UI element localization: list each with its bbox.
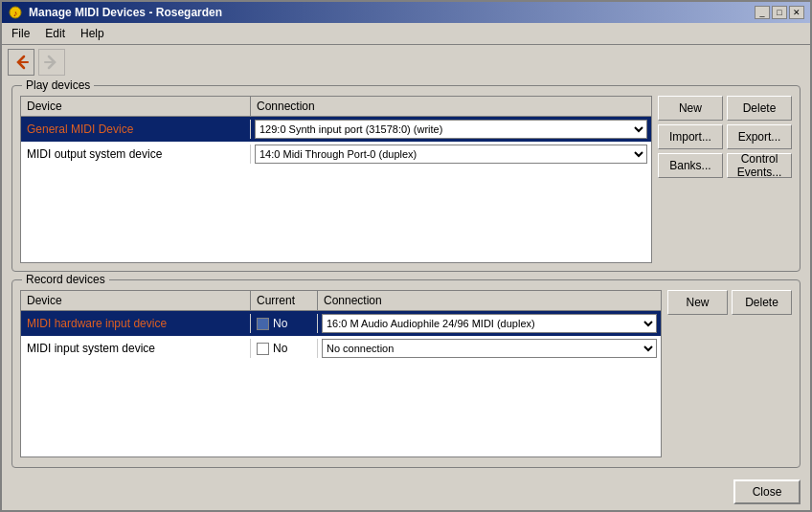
play-connection-1: 14:0 Midi Through Port-0 (duplex) [251, 142, 651, 167]
minimize-button[interactable]: _ [755, 6, 770, 19]
record-new-button[interactable]: New [667, 290, 728, 315]
svg-text:♪: ♪ [13, 9, 18, 18]
toolbar [2, 45, 810, 79]
record-current-checkbox-1[interactable] [257, 343, 269, 355]
play-devices-label: Play devices [22, 78, 94, 92]
record-current-label-1: No [273, 342, 287, 355]
menu-help[interactable]: Help [75, 25, 110, 42]
close-window-button[interactable]: ✕ [789, 6, 804, 19]
record-header-connection: Connection [318, 291, 661, 310]
record-connection-0: 16:0 M Audio Audiophile 24/96 MIDI (dupl… [318, 311, 661, 336]
record-devices-content: Device Current Connection MIDI hardware … [20, 290, 792, 457]
record-header-current: Current [251, 291, 318, 310]
record-devices-label: Record devices [22, 273, 109, 286]
record-buttons: New Delete [667, 290, 792, 457]
title-bar-buttons: _ □ ✕ [755, 6, 804, 19]
play-new-button[interactable]: New [658, 96, 723, 121]
close-button[interactable]: Close [733, 479, 801, 504]
menu-edit[interactable]: Edit [39, 25, 71, 42]
app-icon: ♪ [8, 5, 23, 20]
record-devices-table: Device Current Connection MIDI hardware … [20, 290, 662, 457]
main-window: ♪ Manage MIDI Devices - Rosegarden _ □ ✕… [0, 0, 812, 512]
play-connection-select-1[interactable]: 14:0 Midi Through Port-0 (duplex) [255, 145, 647, 164]
record-connection-select-1[interactable]: No connection [322, 339, 657, 358]
play-header-connection: Connection [251, 97, 651, 116]
play-export-button[interactable]: Export... [727, 124, 792, 149]
record-current-1: No [251, 339, 318, 358]
record-current-0: No [251, 314, 318, 333]
play-connection-0: 129:0 Synth input port (31578:0) (write) [251, 117, 651, 142]
record-table-row[interactable]: MIDI input system device No No connectio… [21, 336, 661, 361]
footer: Close [2, 474, 810, 510]
play-control-events-button[interactable]: Control Events... [727, 153, 792, 178]
record-delete-button[interactable]: Delete [732, 290, 792, 315]
play-devices-table: Device Connection General MIDI Device 12… [20, 96, 652, 263]
back-button[interactable] [8, 49, 34, 76]
play-connection-select-0[interactable]: 129:0 Synth input port (31578:0) (write) [255, 120, 647, 139]
play-table-row[interactable]: MIDI output system device 14:0 Midi Thro… [21, 142, 651, 167]
play-import-button[interactable]: Import... [658, 124, 723, 149]
play-table-row[interactable]: General MIDI Device 129:0 Synth input po… [21, 117, 651, 142]
play-table-header: Device Connection [21, 97, 651, 117]
forward-icon [43, 54, 60, 71]
forward-button[interactable] [38, 49, 65, 76]
play-btn-row-2: Import... Export... [658, 124, 792, 149]
record-device-name-0: MIDI hardware input device [21, 314, 251, 333]
record-table-row[interactable]: MIDI hardware input device No 16:0 M Aud… [21, 311, 661, 336]
record-device-name-1: MIDI input system device [21, 339, 251, 358]
back-icon [12, 54, 30, 71]
play-btn-row-3: Banks... Control Events... [658, 153, 792, 178]
record-header-device: Device [21, 291, 251, 310]
record-current-label-0: No [273, 317, 287, 330]
play-device-name-1: MIDI output system device [21, 145, 251, 164]
play-buttons: New Delete Import... Export... Banks... … [658, 96, 792, 263]
title-bar-left: ♪ Manage MIDI Devices - Rosegarden [8, 5, 222, 20]
window-title: Manage MIDI Devices - Rosegarden [29, 6, 222, 19]
title-bar: ♪ Manage MIDI Devices - Rosegarden _ □ ✕ [2, 2, 810, 23]
play-btn-row-1: New Delete [658, 96, 792, 121]
record-table-header: Device Current Connection [21, 291, 661, 311]
record-current-checkbox-0[interactable] [257, 318, 269, 330]
record-devices-group: Record devices Device Current Connection… [11, 279, 801, 468]
menubar: File Edit Help [2, 23, 810, 45]
play-devices-group: Play devices Device Connection General M… [11, 85, 801, 272]
play-header-device: Device [21, 97, 251, 116]
play-delete-button[interactable]: Delete [727, 96, 792, 121]
play-devices-content: Device Connection General MIDI Device 12… [20, 96, 792, 263]
menu-file[interactable]: File [6, 25, 35, 42]
record-connection-1: No connection [318, 336, 661, 361]
maximize-button[interactable]: □ [772, 6, 787, 19]
play-banks-button[interactable]: Banks... [658, 153, 723, 178]
record-connection-select-0[interactable]: 16:0 M Audio Audiophile 24/96 MIDI (dupl… [322, 314, 657, 333]
content-area: Play devices Device Connection General M… [2, 79, 810, 474]
play-device-name-0: General MIDI Device [21, 120, 251, 139]
record-btn-row-1: New Delete [667, 290, 792, 315]
